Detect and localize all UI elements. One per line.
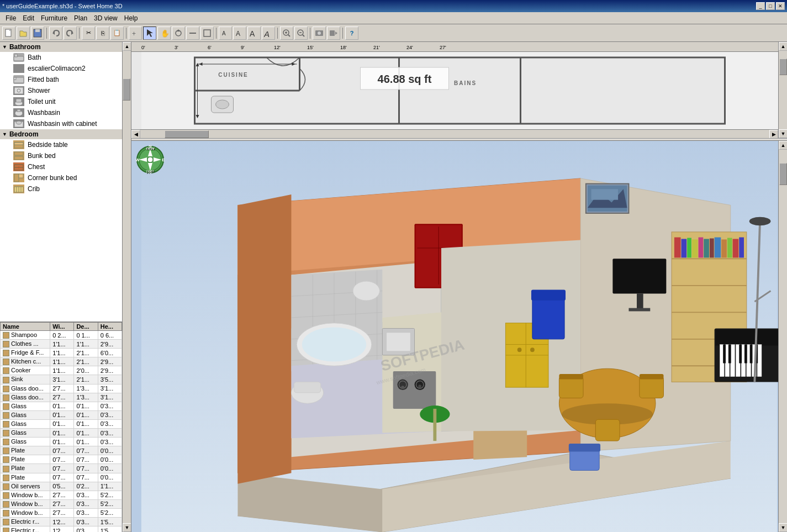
menu-plan[interactable]: Plan — [71, 13, 91, 23]
table-row[interactable]: Window b...2'7...0'3...5'2... — [1, 491, 122, 499]
copy-button[interactable]: ⎘ — [96, 27, 109, 40]
pan-tool[interactable]: ✋ — [157, 27, 171, 40]
text-medium[interactable]: A — [233, 27, 246, 40]
scroll-up-arrow[interactable]: ▲ — [123, 42, 131, 51]
svg-point-116 — [418, 384, 421, 388]
3d-vthumb[interactable] — [779, 163, 787, 185]
navigation-compass[interactable]: N S W E ↓ new pper — [136, 145, 165, 174]
table-row[interactable]: Glass0'1...0'1...0'3... — [1, 410, 122, 419]
3d-scrollbar-v[interactable]: ▲ ▼ — [778, 141, 787, 532]
tree-item-crib[interactable]: Crib — [0, 183, 122, 194]
table-row[interactable]: Sink3'1...2'1...3'5... — [1, 375, 122, 384]
3d-view[interactable]: N S W E ↓ new pper — [131, 141, 787, 532]
text-large[interactable]: A — [247, 27, 261, 40]
floor-plan-canvas[interactable]: CUISINE BAINS 46.88 sq ft — [141, 52, 778, 129]
zoom-in-button[interactable] — [280, 27, 293, 40]
table-row[interactable]: Glass0'1...0'1...0'3... — [1, 429, 122, 438]
tree-item-fitted-bath[interactable]: Fitted bath — [0, 74, 122, 85]
table-row[interactable]: Window b...2'7...0'3...5'2... — [1, 508, 122, 517]
3d-scroll-up[interactable]: ▲ — [779, 141, 787, 150]
tree-item-toilet[interactable]: Toilet unit — [0, 96, 122, 107]
properties-table[interactable]: Name Wi... De... He... Shampoo0 2...0 1.… — [0, 322, 122, 532]
rotate-tool[interactable] — [172, 27, 185, 40]
tree-item-washbasin[interactable]: Washbasin — [0, 107, 122, 118]
row-width: 2'7... — [50, 384, 74, 393]
tree-item-bath[interactable]: Bath — [0, 52, 122, 63]
maximize-button[interactable]: □ — [766, 2, 775, 10]
text-xlarge[interactable]: A — [262, 27, 275, 40]
table-row[interactable]: Electric r...1'2...0'3...1'5... — [1, 517, 122, 526]
2d-scrollbar-h[interactable]: ◀ ▶ — [131, 129, 778, 138]
close-button[interactable]: ✕ — [776, 2, 785, 10]
tree-item-shower[interactable]: Shower — [0, 85, 122, 96]
col-depth[interactable]: De... — [74, 323, 98, 331]
table-row[interactable]: Glass0'1...0'1...0'3... — [1, 402, 122, 410]
paste-button[interactable]: 📋 — [110, 27, 124, 40]
tree-item-escalier[interactable]: escalierColimacon2 — [0, 63, 122, 74]
select-tool[interactable] — [143, 27, 156, 40]
2d-hthumb[interactable] — [165, 130, 209, 138]
svg-text:✋: ✋ — [161, 29, 168, 38]
2d-scroll-up[interactable]: ▲ — [779, 42, 787, 51]
2d-scroll-right[interactable]: ▶ — [769, 130, 778, 139]
tree-item-bedside[interactable]: Bedside table — [0, 139, 122, 150]
redo-button[interactable] — [64, 27, 77, 40]
col-width[interactable]: Wi... — [50, 323, 74, 331]
undo-button[interactable] — [49, 27, 62, 40]
help-button[interactable]: ? — [345, 27, 358, 40]
menu-help[interactable]: Help — [121, 13, 141, 23]
table-row[interactable]: Glass doo...2'7...1'3...3'1... — [1, 384, 122, 393]
scroll-down-arrow[interactable]: ▼ — [123, 523, 131, 532]
table-row[interactable]: Oil servers0'5...0'2...1'1... — [1, 482, 122, 491]
2d-scroll-down[interactable]: ▼ — [779, 129, 787, 138]
table-row[interactable]: Glass0'1...0'1...0'3... — [1, 438, 122, 446]
table-row[interactable]: Cooker1'1...2'0...2'9... — [1, 366, 122, 375]
menu-edit[interactable]: Edit — [19, 13, 38, 23]
row-name: Glass — [11, 420, 27, 427]
zoom-out-button[interactable] — [294, 27, 308, 40]
category-bedroom[interactable]: Bedroom — [0, 129, 122, 139]
table-row[interactable]: Clothes ...1'1...1'1...2'9... — [1, 340, 122, 349]
table-row[interactable]: Window b...2'7...0'3...5'2... — [1, 499, 122, 508]
row-width: 0 2... — [50, 331, 74, 340]
2d-floor-plan[interactable]: 0' 3' 6' 9' 12' 15' 18' 21' 24' 27' — [131, 42, 787, 139]
video-button[interactable] — [327, 27, 340, 40]
menu-furniture[interactable]: Furniture — [38, 13, 71, 23]
table-row[interactable]: Fridge & F...1'1...2'1...6'0... — [1, 349, 122, 357]
room-tool[interactable] — [200, 27, 214, 40]
table-row[interactable]: Plate0'7...0'7...0'0... — [1, 473, 122, 482]
minimize-button[interactable]: _ — [756, 2, 765, 10]
tree-item-bunk-bed[interactable]: Bunk bed — [0, 150, 122, 161]
table-row[interactable]: Kitchen c...1'1...2'1...2'9... — [1, 357, 122, 366]
menu-file[interactable]: File — [2, 13, 19, 23]
tree-item-washbasin-cabinet[interactable]: Washbasin with cabinet — [0, 118, 122, 129]
2d-scrollbar-v[interactable]: ▲ ▼ — [778, 42, 787, 138]
cut-button[interactable]: ✂ — [82, 27, 95, 40]
col-name[interactable]: Name — [1, 323, 50, 331]
tree-item-chest[interactable]: Chest — [0, 161, 122, 172]
2d-scroll-left[interactable]: ◀ — [131, 130, 140, 139]
table-row[interactable]: Plate0'7...0'7...0'0... — [1, 464, 122, 473]
table-row[interactable]: Glass0'1...0'1...0'3... — [1, 419, 122, 428]
new-button[interactable] — [2, 27, 15, 40]
table-row[interactable]: Plate0'7...0'7...0'0... — [1, 446, 122, 455]
save-button[interactable] — [31, 27, 44, 40]
col-height[interactable]: He... — [98, 323, 122, 331]
2d-vthumb[interactable] — [779, 59, 787, 75]
table-row[interactable]: Glass doo...2'7...1'3...3'1... — [1, 393, 122, 402]
furniture-tree[interactable]: Bathroom Bath escalierColimacon2 — [0, 42, 122, 322]
category-bathroom[interactable]: Bathroom — [0, 42, 122, 52]
3d-scroll-down[interactable]: ▼ — [779, 523, 787, 532]
table-row[interactable]: Electric r...1'2...0'3...1'5... — [1, 526, 122, 532]
open-button[interactable] — [17, 27, 30, 40]
tree-item-corner-bunk[interactable]: Corner bunk bed — [0, 172, 122, 183]
panel-scrollbar[interactable]: ▲ ▼ — [122, 42, 131, 532]
menu-3dview[interactable]: 3D view — [91, 13, 121, 23]
scroll-thumb[interactable] — [123, 78, 130, 101]
table-row[interactable]: Plate0'7...0'7...0'0... — [1, 455, 122, 464]
add-furniture-button[interactable]: + — [129, 27, 142, 40]
photo-button[interactable] — [313, 27, 326, 40]
text-small[interactable]: A — [219, 27, 232, 40]
table-row[interactable]: Shampoo0 2...0 1...0 6... — [1, 331, 122, 340]
wall-tool[interactable] — [186, 27, 199, 40]
